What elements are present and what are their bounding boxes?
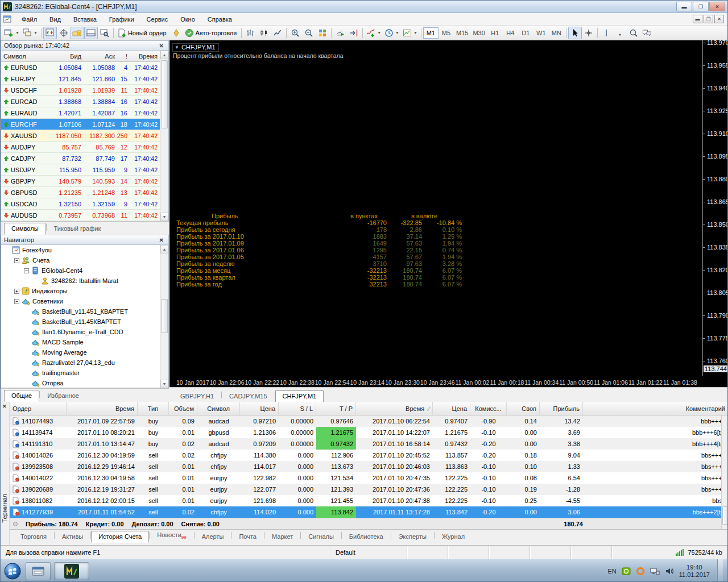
menu-item-help[interactable]: Справка — [201, 14, 238, 24]
menu-item-insert[interactable]: Вставка — [67, 14, 103, 24]
timeframe-button-w1[interactable]: W1 — [533, 27, 549, 39]
time-tick-label[interactable]: 11 Jan 01:22 — [628, 379, 663, 386]
time-tick-label[interactable]: 10 Jan 22:06 — [210, 379, 245, 386]
taskbar-app-button[interactable] — [26, 562, 51, 580]
terminal-tab-журнал[interactable]: Журнал — [435, 531, 472, 543]
market-watch-row-audjpy[interactable]: AUDJPY85.75785.7691217:40:42 — [1, 142, 168, 153]
terminal-tab-алерты[interactable]: Алерты — [195, 531, 231, 543]
market-watch-scrollbar[interactable]: ▲▼ — [160, 51, 168, 221]
mdi-restore-button[interactable]: ❐ — [704, 15, 713, 23]
menu-item-window[interactable]: Окно — [174, 14, 201, 24]
terminal-column-header-open_time[interactable]: Время — [67, 402, 138, 415]
language-indicator[interactable]: EN — [607, 568, 616, 575]
cursor-button[interactable] — [568, 27, 582, 39]
market-watch-row-usdchf[interactable]: USDCHF1.019281.019391117:40:42 — [1, 85, 168, 96]
terminal-order-row-139923508[interactable]: 1399235082016.12.29 19:46:14sell0.01chfj… — [10, 461, 728, 472]
time-axis[interactable]: 10 Jan 201710 Jan 22:0610 Jan 22:2210 Ja… — [169, 379, 702, 386]
periods-button[interactable]: ▼ — [383, 27, 401, 39]
terminal-column-header-price[interactable]: Цена — [240, 402, 279, 415]
market-watch-row-xauusd[interactable]: XAUUSD1187.0501187.30025017:40:42 — [1, 130, 168, 142]
minimize-button[interactable]: ▬ — [676, 2, 692, 11]
templates-button[interactable]: ▼ — [401, 27, 419, 39]
timeframe-button-m15[interactable]: M15 — [454, 27, 470, 39]
chart-area[interactable]: ▼ CHFJPY,M1 Процент прибыли относительно… — [169, 40, 728, 387]
crosshair-button[interactable] — [582, 27, 595, 39]
agent-ring-icon[interactable] — [636, 567, 645, 576]
market-watch-column-header[interactable]: Символ — [1, 53, 50, 60]
terminal-button[interactable] — [84, 27, 98, 39]
auto-scroll-button[interactable] — [333, 27, 347, 39]
terminal-column-header-type[interactable]: Тип — [138, 402, 169, 415]
market-watch-row-audusd[interactable]: AUDUSD0.739570.739681117:40:42 — [1, 210, 168, 221]
market-watch-row-euraud[interactable]: EURAUD1.420711.420871617:40:42 — [1, 107, 168, 119]
navigator-tree-item-5[interactable]: Советники — [1, 296, 168, 306]
terminal-tab-активы[interactable]: Активы — [55, 531, 90, 543]
terminal-column-header-comment[interactable]: Комментарий — [583, 402, 728, 415]
terminal-order-row-141191310[interactable]: 1411913102017.01.10 13:14:47buy0.02audca… — [10, 438, 728, 450]
navigator-tree-item-13[interactable]: Оторва — [1, 378, 168, 388]
time-tick-label[interactable]: 11 Jan 01:06 — [594, 379, 628, 386]
navigator-tree-item-2[interactable]: EGlobal-Cent4 — [1, 265, 168, 276]
time-tick-label[interactable]: 11 Jan 00:18 — [490, 379, 524, 386]
timeframe-button-m30[interactable]: M30 — [470, 27, 487, 39]
terminal-scrollbar-thumb[interactable] — [722, 506, 728, 525]
navigator-tree-item-3[interactable]: 3248262: Ibatullin Marat — [1, 276, 168, 286]
navigator-button[interactable] — [71, 27, 84, 39]
terminal-scrollbar[interactable] — [721, 415, 728, 529]
dot-button[interactable] — [613, 27, 627, 39]
terminal-column-header-commission[interactable]: Комисс... — [470, 402, 507, 415]
market-watch-row-eurusd[interactable]: EURUSD1.050841.05088417:40:42 — [1, 62, 168, 73]
menu-item-service[interactable]: Сервис — [140, 14, 175, 24]
terminal-tab-торговля[interactable]: Торговля — [13, 531, 54, 543]
navigator-tab-common[interactable]: Общие — [4, 390, 39, 402]
tree-expander-minus-icon[interactable] — [24, 268, 29, 273]
market-watch-row-usdcad[interactable]: USDCAD1.321501.32159917:40:42 — [1, 198, 168, 210]
market-watch-column-header[interactable]: Аск — [84, 53, 117, 60]
data-window-button[interactable] — [57, 27, 71, 39]
nvidia-icon[interactable] — [622, 567, 631, 576]
navigator-tree-item-12[interactable]: trailingmaster — [1, 368, 168, 378]
market-watch-row-eurchf[interactable]: EURCHF1.071061.071241817:40:42 — [1, 119, 168, 130]
navigator-header[interactable]: Навигатор ✕ — [1, 235, 169, 245]
market-watch-row-eurcad[interactable]: EURCAD1.388681.388841617:40:42 — [1, 96, 168, 107]
timeframe-button-m5[interactable]: M5 — [439, 27, 454, 39]
terminal-order-row-141074493[interactable]: 1410744932017.01.09 22:57:59buy0.09audca… — [10, 415, 728, 427]
terminal-column-header-sl[interactable]: S / L — [279, 402, 316, 415]
bar-chart-button[interactable] — [243, 27, 257, 39]
scroll-up-icon[interactable]: ▲ — [160, 245, 168, 253]
time-tick-label[interactable]: 10 Jan 22:22 — [245, 379, 279, 386]
volume-icon[interactable] — [665, 567, 674, 576]
timeframe-button-h4[interactable]: H4 — [503, 27, 518, 39]
scroll-down-icon[interactable]: ▼ — [160, 380, 168, 388]
maximize-button[interactable]: ❐ — [693, 2, 709, 11]
navigator-tree-item-1[interactable]: Счета — [1, 255, 168, 265]
tile-windows-button[interactable] — [316, 27, 329, 39]
navigator-tree-item-10[interactable]: Moving Average — [1, 347, 168, 357]
navigator-tree-item-8[interactable]: Ilan1.6Dynamic_e-Trall_CDD — [1, 327, 168, 337]
time-tick-label[interactable]: 10 Jan 2017 — [176, 379, 209, 386]
market-watch-close-icon[interactable]: ✕ — [158, 43, 166, 49]
time-tick-label[interactable]: 10 Jan 22:38 — [280, 379, 315, 386]
comments-button[interactable] — [640, 27, 654, 39]
terminal-column-header-symbol[interactable]: Символ — [197, 402, 240, 415]
droplet-button[interactable] — [169, 27, 183, 39]
timeframe-button-mn[interactable]: MN — [549, 27, 564, 39]
title-bar[interactable]: 3248262: EGlobal-Cent4 - [CHFJPY,M1] ▬ ❐… — [1, 1, 727, 13]
terminal-tab-новости[interactable]: Новости99 — [150, 529, 194, 543]
navigator-tree-item-9[interactable]: MACD Sample — [1, 337, 168, 347]
market-watch-column-header[interactable]: Бид — [50, 53, 84, 60]
chart-tab-gbpjpy-h1[interactable]: GBPJPY,H1 — [173, 390, 221, 402]
start-button[interactable] — [3, 562, 22, 581]
taskbar-mt4-button[interactable] — [54, 562, 89, 580]
market-watch-tab-tick-chart[interactable]: Тиковый график — [47, 223, 109, 235]
network-icon[interactable] — [650, 567, 660, 576]
market-watch-column-header[interactable]: ! — [117, 53, 130, 60]
chart-tab-chfjpy-m1[interactable]: CHFJPY,M1 — [275, 390, 324, 402]
terminal-tab-эксперты[interactable]: Эксперты — [391, 531, 434, 543]
chart-tab-cadjpy-m15[interactable]: CADJPY,M15 — [222, 390, 274, 402]
zoom-in-button[interactable] — [288, 27, 302, 39]
terminal-order-row-139020689[interactable]: 1390206892016.12.19 19:31:27sell0.01eurj… — [10, 484, 728, 495]
terminal-column-header-swap[interactable]: Своп — [507, 402, 540, 415]
price-scale[interactable]: 113.970113.955113.940113.925113.910113.8… — [702, 40, 728, 376]
new-order-button[interactable]: Новый ордер — [115, 27, 169, 39]
